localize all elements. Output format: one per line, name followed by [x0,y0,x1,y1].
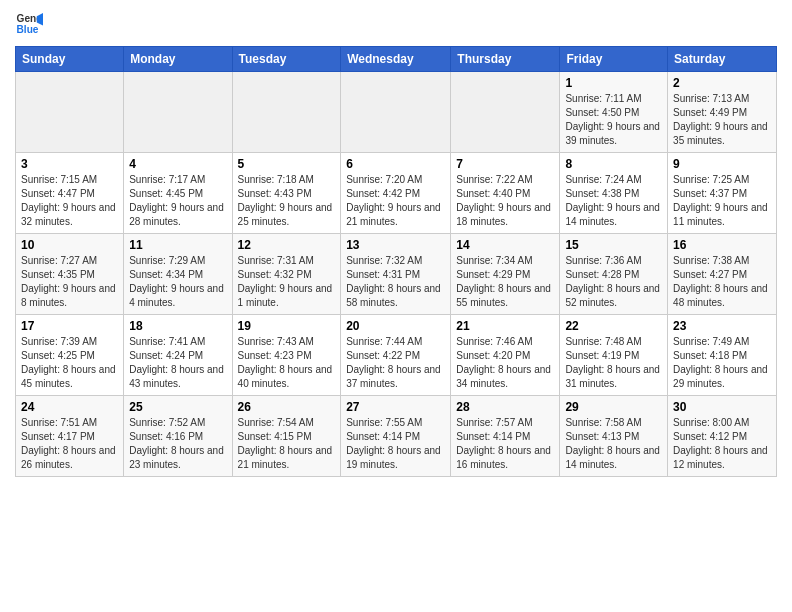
calendar-cell [451,72,560,153]
cell-info: Sunrise: 7:39 AM Sunset: 4:25 PM Dayligh… [21,335,118,391]
cell-info: Sunrise: 7:17 AM Sunset: 4:45 PM Dayligh… [129,173,226,229]
calendar-cell [16,72,124,153]
logo-icon: General Blue [15,10,43,38]
calendar-cell: 14Sunrise: 7:34 AM Sunset: 4:29 PM Dayli… [451,234,560,315]
calendar-row-2: 10Sunrise: 7:27 AM Sunset: 4:35 PM Dayli… [16,234,777,315]
calendar-cell: 10Sunrise: 7:27 AM Sunset: 4:35 PM Dayli… [16,234,124,315]
cell-info: Sunrise: 7:57 AM Sunset: 4:14 PM Dayligh… [456,416,554,472]
cell-info: Sunrise: 7:58 AM Sunset: 4:13 PM Dayligh… [565,416,662,472]
calendar-table: SundayMondayTuesdayWednesdayThursdayFrid… [15,46,777,477]
calendar-cell: 13Sunrise: 7:32 AM Sunset: 4:31 PM Dayli… [341,234,451,315]
cell-info: Sunrise: 7:34 AM Sunset: 4:29 PM Dayligh… [456,254,554,310]
day-number: 18 [129,319,226,333]
calendar-cell: 4Sunrise: 7:17 AM Sunset: 4:45 PM Daylig… [124,153,232,234]
weekday-saturday: Saturday [668,47,777,72]
day-number: 25 [129,400,226,414]
day-number: 7 [456,157,554,171]
calendar-cell: 12Sunrise: 7:31 AM Sunset: 4:32 PM Dayli… [232,234,341,315]
day-number: 26 [238,400,336,414]
weekday-header-row: SundayMondayTuesdayWednesdayThursdayFrid… [16,47,777,72]
day-number: 22 [565,319,662,333]
day-number: 30 [673,400,771,414]
calendar-cell: 22Sunrise: 7:48 AM Sunset: 4:19 PM Dayli… [560,315,668,396]
calendar-cell: 27Sunrise: 7:55 AM Sunset: 4:14 PM Dayli… [341,396,451,477]
calendar-row-4: 24Sunrise: 7:51 AM Sunset: 4:17 PM Dayli… [16,396,777,477]
day-number: 14 [456,238,554,252]
weekday-wednesday: Wednesday [341,47,451,72]
calendar-row-0: 1Sunrise: 7:11 AM Sunset: 4:50 PM Daylig… [16,72,777,153]
calendar-cell: 26Sunrise: 7:54 AM Sunset: 4:15 PM Dayli… [232,396,341,477]
day-number: 9 [673,157,771,171]
cell-info: Sunrise: 7:25 AM Sunset: 4:37 PM Dayligh… [673,173,771,229]
calendar-cell: 24Sunrise: 7:51 AM Sunset: 4:17 PM Dayli… [16,396,124,477]
calendar-cell: 17Sunrise: 7:39 AM Sunset: 4:25 PM Dayli… [16,315,124,396]
calendar-cell: 21Sunrise: 7:46 AM Sunset: 4:20 PM Dayli… [451,315,560,396]
page: General Blue SundayMondayTuesdayWednesda… [0,0,792,612]
day-number: 29 [565,400,662,414]
weekday-friday: Friday [560,47,668,72]
cell-info: Sunrise: 7:44 AM Sunset: 4:22 PM Dayligh… [346,335,445,391]
day-number: 11 [129,238,226,252]
cell-info: Sunrise: 7:22 AM Sunset: 4:40 PM Dayligh… [456,173,554,229]
day-number: 28 [456,400,554,414]
cell-info: Sunrise: 7:46 AM Sunset: 4:20 PM Dayligh… [456,335,554,391]
cell-info: Sunrise: 7:18 AM Sunset: 4:43 PM Dayligh… [238,173,336,229]
cell-info: Sunrise: 7:43 AM Sunset: 4:23 PM Dayligh… [238,335,336,391]
cell-info: Sunrise: 7:54 AM Sunset: 4:15 PM Dayligh… [238,416,336,472]
cell-info: Sunrise: 7:20 AM Sunset: 4:42 PM Dayligh… [346,173,445,229]
calendar-cell: 19Sunrise: 7:43 AM Sunset: 4:23 PM Dayli… [232,315,341,396]
header: General Blue [15,10,777,38]
day-number: 20 [346,319,445,333]
day-number: 12 [238,238,336,252]
calendar-cell: 16Sunrise: 7:38 AM Sunset: 4:27 PM Dayli… [668,234,777,315]
cell-info: Sunrise: 7:27 AM Sunset: 4:35 PM Dayligh… [21,254,118,310]
day-number: 19 [238,319,336,333]
calendar-cell: 11Sunrise: 7:29 AM Sunset: 4:34 PM Dayli… [124,234,232,315]
day-number: 16 [673,238,771,252]
calendar-cell: 28Sunrise: 7:57 AM Sunset: 4:14 PM Dayli… [451,396,560,477]
svg-text:Blue: Blue [17,24,39,35]
cell-info: Sunrise: 7:31 AM Sunset: 4:32 PM Dayligh… [238,254,336,310]
calendar-cell: 7Sunrise: 7:22 AM Sunset: 4:40 PM Daylig… [451,153,560,234]
day-number: 23 [673,319,771,333]
cell-info: Sunrise: 7:32 AM Sunset: 4:31 PM Dayligh… [346,254,445,310]
day-number: 3 [21,157,118,171]
calendar-cell: 6Sunrise: 7:20 AM Sunset: 4:42 PM Daylig… [341,153,451,234]
calendar-cell: 25Sunrise: 7:52 AM Sunset: 4:16 PM Dayli… [124,396,232,477]
calendar-cell: 8Sunrise: 7:24 AM Sunset: 4:38 PM Daylig… [560,153,668,234]
cell-info: Sunrise: 7:11 AM Sunset: 4:50 PM Dayligh… [565,92,662,148]
logo: General Blue [15,10,47,38]
day-number: 2 [673,76,771,90]
cell-info: Sunrise: 7:49 AM Sunset: 4:18 PM Dayligh… [673,335,771,391]
weekday-thursday: Thursday [451,47,560,72]
day-number: 13 [346,238,445,252]
cell-info: Sunrise: 7:48 AM Sunset: 4:19 PM Dayligh… [565,335,662,391]
calendar-row-3: 17Sunrise: 7:39 AM Sunset: 4:25 PM Dayli… [16,315,777,396]
calendar-cell [124,72,232,153]
day-number: 17 [21,319,118,333]
cell-info: Sunrise: 8:00 AM Sunset: 4:12 PM Dayligh… [673,416,771,472]
calendar-cell: 3Sunrise: 7:15 AM Sunset: 4:47 PM Daylig… [16,153,124,234]
day-number: 8 [565,157,662,171]
day-number: 10 [21,238,118,252]
calendar-cell: 30Sunrise: 8:00 AM Sunset: 4:12 PM Dayli… [668,396,777,477]
calendar-cell: 2Sunrise: 7:13 AM Sunset: 4:49 PM Daylig… [668,72,777,153]
calendar-cell: 9Sunrise: 7:25 AM Sunset: 4:37 PM Daylig… [668,153,777,234]
cell-info: Sunrise: 7:55 AM Sunset: 4:14 PM Dayligh… [346,416,445,472]
day-number: 27 [346,400,445,414]
calendar-cell: 1Sunrise: 7:11 AM Sunset: 4:50 PM Daylig… [560,72,668,153]
calendar-cell [232,72,341,153]
calendar-row-1: 3Sunrise: 7:15 AM Sunset: 4:47 PM Daylig… [16,153,777,234]
calendar-cell: 15Sunrise: 7:36 AM Sunset: 4:28 PM Dayli… [560,234,668,315]
day-number: 6 [346,157,445,171]
cell-info: Sunrise: 7:15 AM Sunset: 4:47 PM Dayligh… [21,173,118,229]
calendar-cell: 20Sunrise: 7:44 AM Sunset: 4:22 PM Dayli… [341,315,451,396]
calendar-cell: 5Sunrise: 7:18 AM Sunset: 4:43 PM Daylig… [232,153,341,234]
cell-info: Sunrise: 7:51 AM Sunset: 4:17 PM Dayligh… [21,416,118,472]
cell-info: Sunrise: 7:38 AM Sunset: 4:27 PM Dayligh… [673,254,771,310]
day-number: 21 [456,319,554,333]
day-number: 24 [21,400,118,414]
weekday-monday: Monday [124,47,232,72]
day-number: 1 [565,76,662,90]
calendar-cell: 23Sunrise: 7:49 AM Sunset: 4:18 PM Dayli… [668,315,777,396]
